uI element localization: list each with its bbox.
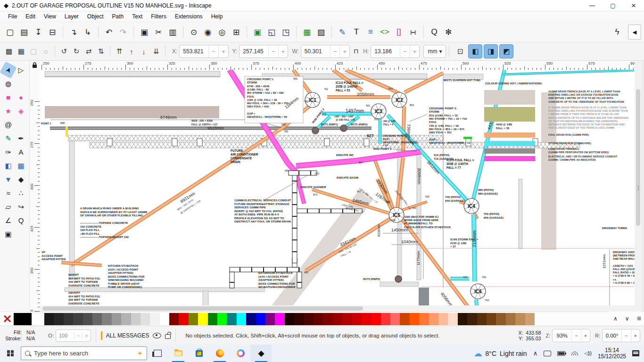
notification-center-icon[interactable] [632, 350, 639, 356]
palette-swatch[interactable] [92, 313, 102, 325]
collapse-toolbar-icon[interactable]: ◀ [628, 25, 641, 40]
paint-bucket-tool[interactable]: ◆ [15, 173, 27, 186]
palette-swatch[interactable] [304, 313, 314, 325]
selection-touch-icon[interactable]: ◌ [40, 45, 52, 58]
palette-swatch[interactable] [131, 313, 140, 325]
rotate-cw-icon[interactable]: ↻ [70, 45, 83, 58]
vertical-scroll-thumb[interactable] [636, 89, 640, 226]
palette-swatch[interactable] [506, 313, 515, 325]
y-field-plus[interactable]: + [278, 45, 288, 58]
y-field[interactable] [239, 48, 268, 55]
zoom-drawing-icon[interactable]: ◉ [201, 25, 215, 39]
palette-swatch[interactable] [83, 313, 92, 325]
palette-swatch[interactable] [217, 313, 227, 325]
connector-tool[interactable]: ↪ [15, 200, 27, 213]
palette-swatch[interactable] [265, 313, 275, 325]
duplicate-icon[interactable]: ▣ [250, 25, 264, 39]
pages-tool[interactable]: ▣ [2, 228, 15, 240]
palette-swatch[interactable] [390, 313, 400, 325]
palette-swatch-black[interactable] [14, 313, 32, 325]
export-document-icon[interactable]: ↳ [81, 25, 95, 39]
document-properties-icon[interactable]: [] [392, 25, 406, 39]
palette-swatch[interactable] [467, 313, 477, 325]
eraser-tool[interactable]: ▱ [2, 200, 15, 213]
menu-file[interactable]: File [4, 12, 21, 21]
palette-swatch[interactable] [352, 313, 362, 325]
fill-stroke-indicator[interactable]: Fill:N/A Stroke:N/A [4, 329, 35, 341]
palette-swatch[interactable] [371, 313, 380, 325]
snap-toggle-icon[interactable]: ϟ [610, 25, 624, 39]
palette-swatch[interactable] [438, 313, 448, 325]
battery-icon[interactable] [557, 351, 565, 356]
calligraphy-tool[interactable]: ✑ [2, 146, 15, 158]
h-field[interactable] [371, 48, 400, 55]
minimize-button[interactable]: — [582, 0, 603, 11]
palette-swatch[interactable] [285, 313, 294, 325]
zoom-fit-icon[interactable]: ⊞ [229, 25, 243, 39]
palette-swatch[interactable] [275, 313, 284, 325]
find-replace-icon[interactable]: Q [427, 25, 441, 39]
vertical-ruler[interactable]: 250275300325350375 [30, 70, 40, 312]
screen-cast-icon[interactable] [544, 351, 551, 356]
rotate-ccw-icon[interactable]: ↺ [58, 45, 70, 58]
menu-edit[interactable]: Edit [21, 12, 40, 21]
palette-swatch[interactable] [419, 313, 429, 325]
node-tool[interactable]: ▷ [15, 64, 27, 76]
palette-scroll-down-icon[interactable]: ∨ [625, 315, 629, 322]
palette-swatch[interactable] [342, 313, 352, 325]
raise-to-top-icon[interactable]: ⇈ [113, 45, 125, 58]
palette-swatch[interactable] [246, 313, 256, 325]
y-field-minus[interactable]: − [268, 45, 278, 58]
palette-swatch[interactable] [112, 313, 121, 325]
palette-menu-icon[interactable]: ≡ [637, 314, 641, 323]
rotation-input[interactable] [603, 332, 621, 339]
taskbar-search[interactable]: Type here to search ✦ [21, 346, 147, 360]
spiral-tool[interactable]: @ [2, 118, 15, 131]
copy-icon[interactable]: ▣ [137, 25, 151, 39]
import-document-icon[interactable]: ↴ [66, 25, 81, 39]
tweak-tool[interactable]: ≈ [2, 187, 15, 199]
gradient-tool[interactable]: ◧ [2, 159, 15, 172]
pencil-tool[interactable]: ✎ [2, 132, 15, 145]
palette-swatch[interactable] [515, 313, 525, 325]
maximize-button[interactable]: ▢ [603, 0, 623, 11]
rectangle-tool[interactable]: ■ [2, 91, 15, 104]
zoom-input[interactable] [553, 332, 571, 339]
palette-swatch[interactable] [179, 313, 188, 325]
paste-icon[interactable]: ▥ [165, 25, 180, 39]
palette-swatch[interactable] [362, 313, 371, 325]
layer-name[interactable]: ALL MESSAGES [106, 332, 149, 339]
palette-swatch[interactable] [256, 313, 265, 325]
w-field-plus[interactable]: + [339, 45, 349, 58]
palette-swatch[interactable] [189, 313, 198, 325]
layer-indicator[interactable]: ALL MESSAGES [101, 331, 171, 340]
menu-object[interactable]: Object [83, 12, 108, 21]
spray-tool[interactable]: ∴ [15, 187, 27, 199]
taskbar-copilot[interactable] [230, 345, 251, 362]
horizontal-ruler[interactable]: 2502753003253503754004254504755005255505… [40, 61, 642, 70]
preferences-icon[interactable]: ✻ [441, 25, 455, 39]
group-objects-icon[interactable]: ▦ [300, 25, 314, 39]
lower-icon[interactable]: ↓ [138, 45, 150, 58]
palette-swatch[interactable] [227, 313, 236, 325]
palette-swatch-white[interactable] [32, 313, 44, 325]
text-tool[interactable]: A [15, 146, 27, 158]
taskbar-firefox[interactable] [209, 345, 230, 362]
zoom-selection-icon[interactable]: ⊙ [187, 25, 201, 39]
lower-to-bottom-icon[interactable]: ⇊ [150, 45, 162, 58]
transform-gradients-toggle[interactable]: ◨ [484, 44, 498, 58]
palette-swatch[interactable] [458, 313, 467, 325]
text-dialog-icon[interactable]: T [349, 25, 363, 39]
taskbar-microsoft-store[interactable] [189, 345, 209, 362]
lock-ratio-icon[interactable]: ⊔ [354, 48, 358, 55]
select-all-layers-icon[interactable]: ▦ [15, 45, 27, 58]
no-color-swatch[interactable]: ✕ [1, 313, 14, 325]
h-field-minus[interactable]: − [400, 45, 410, 58]
create-clone-icon[interactable]: ◱ [264, 25, 279, 39]
palette-swatch[interactable] [237, 313, 246, 325]
tray-expand-icon[interactable]: ∧ [533, 350, 538, 357]
dropper-tool[interactable]: ▼ [2, 173, 15, 186]
start-button[interactable] [0, 345, 21, 362]
palette-swatch[interactable] [525, 313, 535, 325]
rotation-plus[interactable]: + [631, 329, 640, 342]
